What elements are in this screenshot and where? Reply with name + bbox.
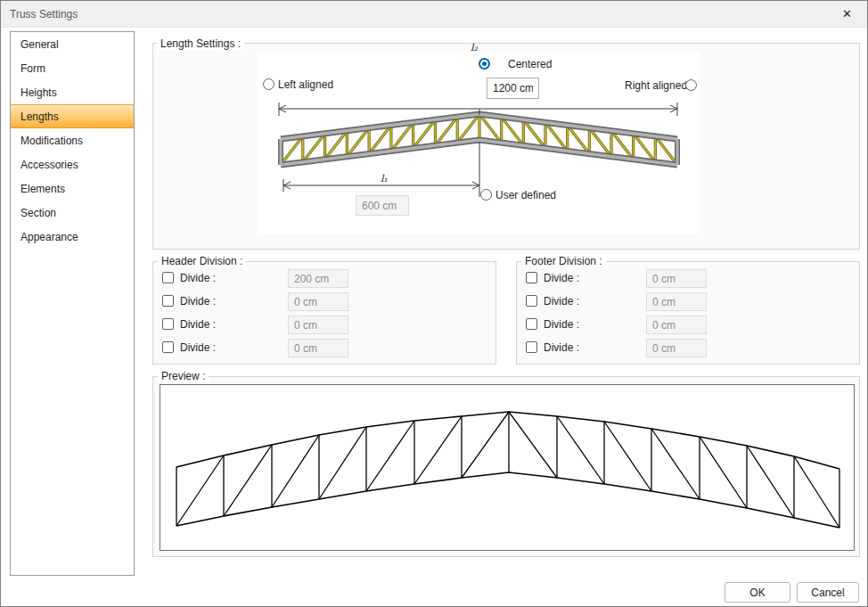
preview-legend: Preview : bbox=[158, 370, 209, 382]
user-defined-radio-label[interactable]: User defined bbox=[493, 188, 559, 202]
length-settings-legend: Length Settings : bbox=[157, 37, 244, 50]
sidebar-item-modifications[interactable]: Modifications bbox=[11, 128, 134, 152]
header-divide-label-4: Divide : bbox=[177, 340, 218, 355]
sidebar-item-elements[interactable]: Elements bbox=[11, 176, 134, 201]
footer-divide-label-1: Divide : bbox=[541, 271, 582, 285]
sidebar: General Form Heights Lengths Modificatio… bbox=[10, 31, 135, 576]
header-divide-label-3: Divide : bbox=[177, 317, 218, 332]
header-divide-checkbox-1[interactable] bbox=[162, 272, 174, 283]
total-length-input[interactable] bbox=[487, 78, 539, 99]
left-aligned-radio-label[interactable]: Left aligned bbox=[275, 78, 336, 92]
header-divide-checkbox-4[interactable] bbox=[162, 341, 174, 353]
footer-divide-input-2[interactable] bbox=[646, 292, 707, 311]
header-divide-input-3[interactable] bbox=[288, 316, 348, 334]
user-defined-radio[interactable] bbox=[480, 189, 492, 201]
left-aligned-radio[interactable] bbox=[263, 78, 274, 90]
footer-divide-checkbox-1[interactable] bbox=[526, 272, 537, 283]
close-icon[interactable]: ✕ bbox=[827, 1, 867, 27]
footer-divide-label-4: Divide : bbox=[541, 340, 582, 355]
preview-truss bbox=[160, 385, 854, 550]
cancel-button[interactable]: Cancel bbox=[797, 582, 859, 603]
footer-divide-checkbox-2[interactable] bbox=[526, 295, 537, 307]
truss-settings-dialog: Truss Settings ✕ General Form Heights Le… bbox=[0, 0, 868, 607]
window-title: Truss Settings bbox=[10, 8, 78, 21]
ok-button[interactable]: OK bbox=[725, 582, 790, 603]
footer-divide-label-2: Divide : bbox=[541, 294, 582, 308]
sidebar-item-heights[interactable]: Heights bbox=[11, 80, 134, 104]
sidebar-item-lengths[interactable]: Lengths bbox=[11, 104, 134, 128]
header-divide-label-2: Divide : bbox=[177, 294, 218, 308]
sidebar-item-general[interactable]: General bbox=[11, 32, 134, 56]
sidebar-item-section[interactable]: Section bbox=[11, 201, 134, 225]
preview-area bbox=[160, 384, 855, 551]
footer-divide-checkbox-3[interactable] bbox=[526, 318, 537, 330]
dim-label-l2: l₂ bbox=[471, 42, 478, 53]
header-divide-input-2[interactable] bbox=[288, 292, 348, 311]
footer-divide-checkbox-4[interactable] bbox=[526, 341, 537, 353]
centered-radio[interactable] bbox=[479, 58, 490, 70]
sidebar-item-form[interactable]: Form bbox=[11, 56, 134, 80]
sidebar-item-appearance[interactable]: Appearance bbox=[11, 225, 134, 249]
header-divide-input-4[interactable] bbox=[288, 339, 348, 357]
header-division-legend: Header Division : bbox=[158, 255, 246, 267]
footer-divide-input-1[interactable] bbox=[646, 269, 707, 288]
centered-radio-label[interactable]: Centered bbox=[505, 57, 554, 71]
right-aligned-radio-label[interactable]: Right aligned bbox=[622, 78, 690, 93]
header-divide-checkbox-2[interactable] bbox=[162, 295, 174, 307]
header-divide-checkbox-3[interactable] bbox=[162, 318, 174, 330]
footer-divide-input-4[interactable] bbox=[646, 339, 707, 357]
header-divide-input-1[interactable] bbox=[288, 269, 348, 288]
half-length-input[interactable] bbox=[356, 195, 409, 216]
right-aligned-radio[interactable] bbox=[685, 79, 697, 91]
dim-label-l1: l₁ bbox=[381, 173, 388, 185]
sidebar-item-accessories[interactable]: Accessories bbox=[11, 152, 134, 176]
footer-division-legend: Footer Division : bbox=[521, 255, 606, 267]
footer-divide-input-3[interactable] bbox=[646, 316, 707, 334]
footer-divide-label-3: Divide : bbox=[541, 317, 582, 332]
titlebar: Truss Settings ✕ bbox=[1, 1, 867, 28]
header-divide-label-1: Divide : bbox=[177, 271, 218, 285]
